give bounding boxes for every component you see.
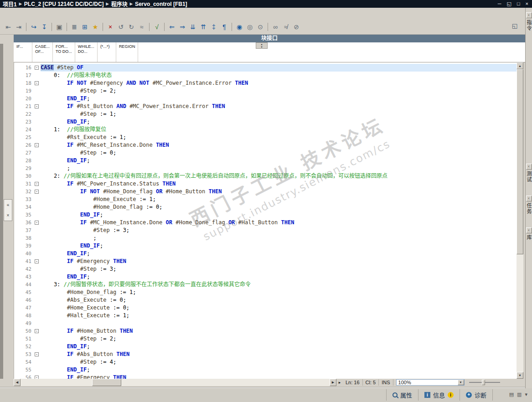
fold-toggle-icon[interactable]: - (35, 190, 39, 194)
code-line[interactable]: 19 #Step := 2; (14, 87, 517, 95)
collapse-panel-icon[interactable]: ▾ (525, 392, 527, 397)
indent-icon[interactable]: ⇥ (14, 22, 23, 31)
code-line[interactable]: 18- IF NOT #Emergency AND NOT #MC_Power_… (14, 79, 517, 87)
fold-toggle-icon[interactable]: - (35, 221, 39, 225)
undo-call-icon[interactable]: ↺ (116, 22, 125, 31)
minimize-button[interactable]: ─ (498, 1, 501, 7)
breadcrumb-item[interactable]: 程序块 (111, 0, 128, 8)
goto-next-icon[interactable]: ⇒ (178, 22, 187, 31)
code-line[interactable]: 48 #Halt_Execute := 1; (14, 312, 517, 320)
expand-panel-icon[interactable]: ‹ (526, 196, 532, 201)
code-line[interactable]: 56- IF #Emergency THEN (14, 374, 517, 379)
snippet-button-while-do[interactable]: WHILE... DO... (75, 42, 98, 62)
code-line[interactable]: 53- IF #Abs_Button THEN (14, 350, 517, 358)
panel-tab-instructions[interactable]: 指令 (525, 20, 532, 31)
fold-toggle-icon[interactable]: - (35, 352, 39, 356)
code-line[interactable]: 46 #Abs_Execute := 0; (14, 296, 517, 304)
code-line[interactable]: 17 0: //伺服未得电状态 (14, 72, 517, 79)
code-line[interactable]: 30 2: //伺服如果在上电过程中没有回过原点，则会第一次上电使能后自动回原点… (14, 172, 517, 180)
code-line[interactable]: 52 END_IF; (14, 343, 517, 350)
code-line[interactable]: 47 #Home_Execute := 0; (14, 304, 517, 312)
panel-tab-libraries[interactable]: 库 (525, 235, 532, 241)
code-line[interactable]: 39 END_IF; (14, 242, 517, 250)
fold-toggle-icon[interactable]: - (35, 376, 39, 379)
code-line[interactable]: 28 END_IF; (14, 157, 517, 165)
code-line[interactable]: 55 END_IF; (14, 366, 517, 374)
code-line[interactable]: 31- IF #MC_Power_Instance.Status THEN (14, 180, 517, 188)
code-line[interactable]: 36- IF #MC_Home_Instance.Done OR #Home_D… (14, 219, 517, 227)
code-line[interactable]: 21- IF #Rst_Button AND #MC_Power_Instanc… (14, 103, 517, 110)
status-expand-icon[interactable]: ▸ (336, 380, 343, 385)
code-line[interactable]: 27 #Step := 0; (14, 149, 517, 157)
code-line[interactable]: 33 #Home_Execute := 1; (14, 196, 517, 203)
snippet-button-region[interactable]: REGION (116, 42, 139, 62)
network-list-icon[interactable]: ≣ (70, 22, 79, 31)
close-left-icon[interactable]: × (7, 213, 10, 218)
restore-button[interactable]: ◱ (507, 1, 511, 7)
horizontal-scroll-thumb[interactable] (92, 379, 121, 386)
link-icon[interactable]: ∞ (271, 22, 280, 31)
code-line[interactable]: 16-CASE #Step OF (14, 64, 517, 72)
snippet-button-if[interactable]: IF... (14, 42, 32, 62)
vertical-scrollbar[interactable]: ▲ ▼ (517, 62, 523, 379)
code-line[interactable]: 26- IF #MC_Reset_Instance.Done THEN (14, 141, 517, 149)
code-line[interactable]: 38 ; (14, 234, 517, 242)
block-interface-splitter[interactable]: ▴ ▾ (256, 42, 268, 49)
code-editor[interactable]: 16-CASE #Step OF17 0: //伺服未得电状态18- IF NO… (14, 62, 517, 379)
code-line[interactable]: 45 #Home_Done_flag := 1; (14, 289, 517, 296)
vertical-scroll-thumb[interactable] (517, 69, 523, 254)
expand-all-icon[interactable]: ⇊ (188, 22, 197, 31)
expand-panel-icon[interactable]: ‹ (526, 164, 532, 170)
zoom-dropdown-icon[interactable]: ▼ (458, 380, 464, 385)
code-line[interactable]: 44 3: //伺服暂停状态，即只要伺服不在工作状态下都会一直在此状态等候其它命… (14, 281, 517, 289)
code-line[interactable]: 49 (14, 320, 517, 327)
tab-info[interactable]: i 信息 i (418, 389, 460, 401)
unlink-icon[interactable]: ≉ (281, 22, 290, 31)
maximize-button[interactable]: □ (517, 1, 520, 7)
expand-panel-icon[interactable]: ‹ (526, 12, 532, 18)
float-panel-icon[interactable]: ▤ (509, 392, 514, 397)
zoom-slider-thumb[interactable] (482, 380, 485, 385)
update-block-call-icon[interactable]: ↻ (127, 22, 136, 31)
breadcrumb-item[interactable]: Servo_control [FB1] (135, 1, 187, 7)
goto-previous-icon[interactable]: ⇐ (167, 22, 176, 31)
write-protect-icon[interactable]: ⊘ (292, 22, 301, 31)
dock-panel-icon[interactable]: ▥ (517, 392, 522, 397)
download-to-device-icon[interactable]: ↧ (40, 22, 49, 31)
code-line[interactable]: 40 END_IF; (14, 250, 517, 258)
code-line[interactable]: 22 #Step := 1; (14, 110, 517, 118)
scroll-down-icon[interactable]: ▼ (517, 372, 523, 379)
code-line[interactable]: 41- IF #Emergency THEN (14, 258, 517, 265)
code-line[interactable]: 42 #Step := 3; (14, 265, 517, 273)
close-button[interactable]: × (526, 1, 528, 7)
breadcrumb-item[interactable]: 项目1 (3, 0, 17, 8)
tab-diagnostics[interactable]: + 诊断 (460, 389, 493, 401)
fold-toggle-icon[interactable]: - (35, 182, 39, 186)
snapshot-icon[interactable]: ⊙ (256, 22, 265, 31)
expand-panel-icon[interactable]: ‹ (526, 227, 532, 233)
fold-toggle-icon[interactable]: - (35, 259, 39, 263)
code-line[interactable]: 35 END_IF; (14, 211, 517, 219)
fold-toggle-icon[interactable]: - (35, 66, 39, 70)
snippet-button-for-to-do[interactable]: FOR... TO DO... (53, 42, 75, 62)
insert-block-call-icon[interactable]: ↪ (29, 22, 38, 31)
fold-toggle-icon[interactable]: - (35, 329, 39, 333)
zoom-select[interactable]: 100% ▼ (396, 379, 465, 386)
compile-icon[interactable]: √ (152, 22, 161, 31)
scroll-up-icon[interactable]: ▲ (517, 62, 523, 69)
scroll-right-icon[interactable]: ▶ (330, 379, 336, 386)
code-line[interactable]: 20 END_IF; (14, 95, 517, 103)
code-line[interactable]: 23 END_IF; (14, 118, 517, 126)
maximize-editor-icon[interactable]: ◱ (510, 21, 519, 30)
tab-properties[interactable]: 属性 (386, 389, 418, 401)
left-dock-tab[interactable]: « × (4, 199, 12, 221)
paste-region-icon[interactable]: ▣ (55, 22, 64, 31)
collapse-left-icon[interactable]: « (7, 202, 10, 207)
code-line[interactable]: 34 #Home_Done_flag := 0; (14, 203, 517, 211)
fold-toggle-icon[interactable]: - (35, 81, 39, 85)
code-line[interactable]: 43 END_IF; (14, 273, 517, 281)
favorites-icon[interactable]: ★ (91, 22, 100, 31)
outdent-icon[interactable]: ⇤ (4, 22, 13, 31)
code-line[interactable]: 24 1: //伺服故障复位 (14, 126, 517, 134)
show-comments-icon[interactable]: ¶ (220, 22, 229, 31)
